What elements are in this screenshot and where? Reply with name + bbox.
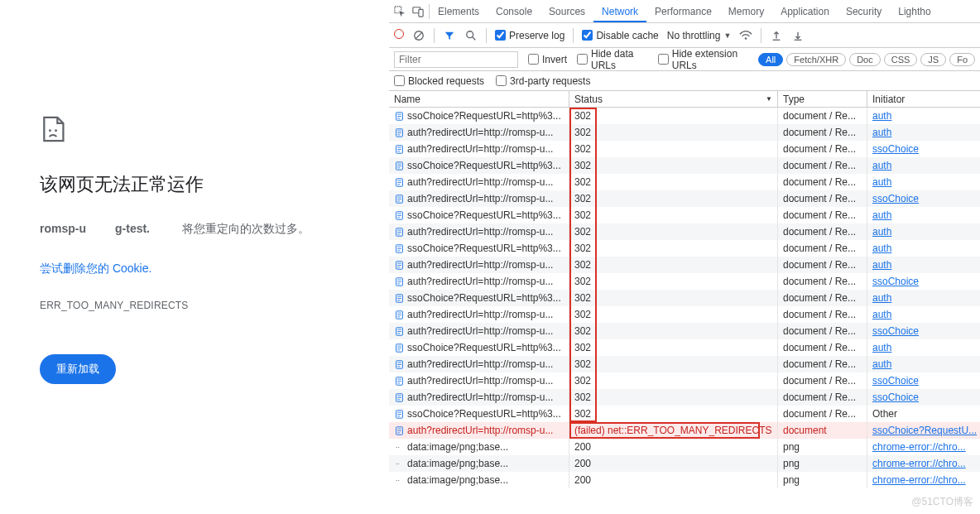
initiator-link[interactable]: auth — [872, 342, 891, 353]
table-row[interactable]: data:image/png;base...200pngchrome-error… — [389, 439, 980, 455]
pill-css[interactable]: CSS — [884, 53, 918, 66]
third-party-checkbox[interactable]: 3rd-party requests — [496, 75, 590, 87]
initiator-link[interactable]: ssoChoice — [872, 375, 919, 387]
table-row[interactable]: auth?redirectUrl=http://romsp-u...302doc… — [389, 124, 980, 141]
cell-type: document / Re... — [778, 306, 867, 323]
initiator-link[interactable]: auth — [872, 209, 891, 221]
device-toggle-icon[interactable] — [411, 4, 425, 19]
initiator-link[interactable]: ssoChoice — [872, 143, 919, 155]
table-row[interactable]: data:image/png;base...200pngchrome-error… — [389, 472, 980, 488]
document-icon — [394, 293, 404, 303]
tab-lightho[interactable]: Lightho — [890, 1, 939, 22]
table-row[interactable]: ssoChoice?RequestURL=http%3...302documen… — [389, 108, 980, 124]
initiator-link[interactable]: auth — [872, 110, 891, 122]
initiator-link[interactable]: ssoChoice?RequestU... — [872, 425, 977, 436]
table-row[interactable]: auth?redirectUrl=http://romsp-u...302doc… — [389, 372, 980, 389]
tab-application[interactable]: Application — [772, 1, 838, 22]
initiator-link[interactable]: auth — [872, 358, 891, 370]
filter-input[interactable] — [394, 51, 518, 68]
initiator-link[interactable]: auth — [872, 259, 891, 271]
table-row[interactable]: auth?redirectUrl=http://romsp-u...302doc… — [389, 306, 980, 323]
initiator-link[interactable]: auth — [872, 292, 891, 304]
hide-data-urls-checkbox[interactable]: Hide data URLs — [577, 48, 648, 71]
pill-js[interactable]: JS — [920, 53, 946, 66]
col-header-status[interactable]: Status▼ — [569, 91, 778, 107]
table-row[interactable]: auth?redirectUrl=http://romsp-u...302doc… — [389, 174, 980, 190]
col-header-initiator[interactable]: Initiator — [867, 91, 980, 107]
reload-button[interactable]: 重新加载 — [40, 354, 116, 384]
table-row[interactable]: auth?redirectUrl=http://romsp-u...302doc… — [389, 141, 980, 157]
network-conditions-icon[interactable] — [739, 29, 752, 42]
table-row[interactable]: ssoChoice?RequestURL=http%3...302documen… — [389, 157, 980, 174]
cell-initiator: chrome-error://chro... — [867, 455, 980, 472]
initiator-link[interactable]: auth — [872, 243, 891, 254]
clear-cookies-link[interactable]: 尝试删除您的 Cookie. — [40, 262, 389, 276]
table-row[interactable]: ssoChoice?RequestURL=http%3...302documen… — [389, 339, 980, 356]
pill-fetchxhr[interactable]: Fetch/XHR — [786, 53, 846, 66]
pill-doc[interactable]: Doc — [849, 53, 881, 66]
cell-type: png — [778, 472, 867, 488]
table-row[interactable]: auth?redirectUrl=http://romsp-u...302doc… — [389, 190, 980, 207]
cell-status: 302 — [569, 356, 778, 372]
blocked-requests-checkbox[interactable]: Blocked requests — [394, 75, 484, 87]
initiator-link[interactable]: ssoChoice — [872, 276, 919, 287]
import-har-icon[interactable] — [770, 29, 783, 42]
tab-security[interactable]: Security — [838, 1, 890, 22]
table-row[interactable]: auth?redirectUrl=http://romsp-u...302doc… — [389, 223, 980, 240]
tab-console[interactable]: Console — [488, 1, 540, 22]
initiator-link[interactable]: chrome-error://chro... — [872, 441, 966, 453]
cell-type: document / Re... — [778, 389, 867, 406]
table-row[interactable]: auth?redirectUrl=http://romsp-u...302doc… — [389, 356, 980, 372]
initiator-link[interactable]: ssoChoice — [872, 325, 919, 337]
search-icon[interactable] — [464, 29, 478, 42]
table-row[interactable]: ssoChoice?RequestURL=http%3...302documen… — [389, 240, 980, 257]
table-row[interactable]: auth?redirectUrl=http://romsp-u...302doc… — [389, 257, 980, 273]
tab-sources[interactable]: Sources — [540, 1, 593, 22]
clear-icon[interactable] — [412, 29, 425, 42]
preserve-log-checkbox[interactable]: Preserve log — [495, 30, 564, 41]
sad-document-icon — [40, 116, 66, 142]
table-row[interactable]: ssoChoice?RequestURL=http%3...302documen… — [389, 207, 980, 223]
initiator-link[interactable]: auth — [872, 127, 891, 138]
tab-memory[interactable]: Memory — [720, 1, 772, 22]
inspect-icon[interactable] — [392, 4, 407, 19]
table-row[interactable]: auth?redirectUrl=http://romsp-u...302doc… — [389, 389, 980, 406]
disable-cache-checkbox[interactable]: Disable cache — [582, 30, 658, 41]
cell-initiator: auth — [867, 290, 980, 306]
initiator-link[interactable]: auth — [872, 176, 891, 188]
table-row[interactable]: ssoChoice?RequestURL=http%3...302documen… — [389, 406, 980, 422]
cell-name: data:image/png;base... — [389, 472, 569, 488]
initiator-link[interactable]: chrome-error://chro... — [872, 458, 966, 469]
initiator-link[interactable]: chrome-error://chro... — [872, 474, 966, 486]
cell-status: 302 — [569, 372, 778, 389]
table-row[interactable]: auth?redirectUrl=http://romsp-u...302doc… — [389, 323, 980, 339]
invert-checkbox[interactable]: Invert — [528, 54, 567, 65]
tab-elements[interactable]: Elements — [430, 1, 488, 22]
cell-status: 302 — [569, 141, 778, 157]
initiator-link[interactable]: auth — [872, 309, 891, 320]
initiator-link[interactable]: auth — [872, 160, 891, 171]
initiator-link[interactable]: ssoChoice — [872, 193, 919, 204]
hide-extension-urls-checkbox[interactable]: Hide extension URLs — [658, 48, 748, 71]
table-row[interactable]: ssoChoice?RequestURL=http%3...302documen… — [389, 290, 980, 306]
record-button[interactable] — [394, 29, 404, 41]
filter-icon[interactable] — [443, 29, 456, 42]
tab-network[interactable]: Network — [593, 1, 646, 22]
cell-name: data:image/png;base... — [389, 439, 569, 455]
tab-performance[interactable]: Performance — [646, 1, 720, 22]
document-icon — [394, 276, 404, 286]
document-icon — [394, 409, 404, 419]
pill-fo[interactable]: Fo — [949, 53, 975, 66]
initiator-link[interactable]: auth — [872, 226, 891, 238]
table-row[interactable]: auth?redirectUrl=http://romsp-u...302doc… — [389, 273, 980, 290]
table-row[interactable]: data:image/png;base...200pngchrome-error… — [389, 455, 980, 472]
initiator-link[interactable]: ssoChoice — [872, 392, 919, 403]
svg-point-7 — [467, 31, 473, 37]
table-row[interactable]: auth?redirectUrl=http://romsp-u...(faile… — [389, 422, 980, 439]
table-body: ssoChoice?RequestURL=http%3...302documen… — [389, 108, 980, 488]
col-header-name[interactable]: Name — [389, 91, 569, 107]
col-header-type[interactable]: Type — [778, 91, 867, 107]
throttling-select[interactable]: No throttling▼ — [667, 30, 732, 41]
pill-all[interactable]: All — [758, 53, 783, 66]
export-har-icon[interactable] — [791, 29, 805, 42]
